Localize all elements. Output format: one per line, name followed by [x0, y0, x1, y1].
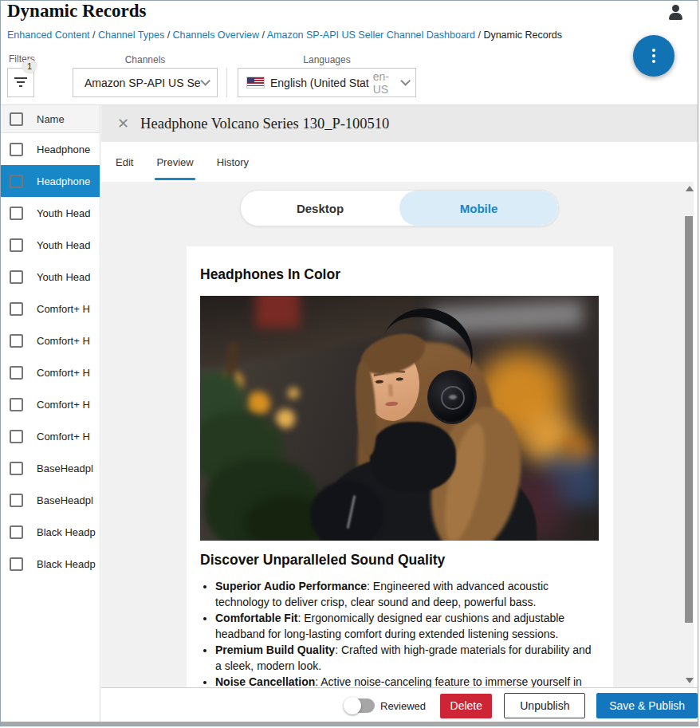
- tab-edit[interactable]: Edit: [116, 142, 133, 182]
- user-avatar-icon[interactable]: [668, 5, 684, 21]
- actions-fab-button[interactable]: [633, 35, 674, 77]
- record-list-header: Name: [1, 105, 100, 133]
- record-name: Youth Head: [37, 271, 90, 283]
- device-toggle-desktop[interactable]: Desktop: [241, 191, 399, 226]
- feature-title: Premium Build Quality: [215, 643, 335, 656]
- scrollbar-thumb[interactable]: [685, 216, 693, 623]
- list-item[interactable]: Comfort+ H: [1, 293, 100, 325]
- channels-dropdown[interactable]: Amazon SP-API US Seller: [73, 68, 218, 97]
- feature-item: Comfortable Fit: Ergonomically designed …: [215, 610, 600, 642]
- feature-list: Superior Audio Performance: Engineered w…: [215, 578, 600, 687]
- breadcrumb-link[interactable]: Channels Overview: [173, 30, 259, 41]
- breadcrumb-link[interactable]: Amazon SP-API US Seller Channel Dashboar…: [267, 30, 475, 41]
- list-item[interactable]: BaseHeadpl: [1, 452, 100, 484]
- scroll-down-icon[interactable]: [686, 678, 694, 683]
- channels-label: Channels: [73, 54, 218, 65]
- toggle-knob: [344, 697, 361, 714]
- tab-history[interactable]: History: [217, 142, 249, 182]
- list-item[interactable]: Comfort+ H: [1, 420, 100, 452]
- breadcrumb-separator: /: [475, 30, 483, 41]
- languages-dropdown[interactable]: English (United States) en-US: [238, 68, 416, 97]
- list-item[interactable]: Comfort+ H: [1, 356, 100, 388]
- window-bottom-edge: [1, 722, 698, 726]
- record-name: Comfort+ H: [37, 399, 90, 411]
- close-icon[interactable]: ✕: [117, 116, 129, 131]
- languages-value: English (United States): [270, 77, 369, 89]
- row-checkbox[interactable]: [10, 398, 23, 411]
- save-publish-button[interactable]: Save & Publish: [596, 693, 698, 718]
- list-item[interactable]: BaseHeadpl: [1, 484, 100, 516]
- list-item[interactable]: Comfort+ H: [1, 388, 100, 420]
- feature-item: Noise Cancellation: Active noise-canceli…: [215, 674, 600, 687]
- list-item[interactable]: Youth Head: [1, 261, 100, 293]
- feature-title: Superior Audio Performance: [215, 580, 367, 592]
- record-name: BaseHeadpl: [37, 462, 93, 474]
- feature-item: Superior Audio Performance: Engineered w…: [215, 578, 600, 610]
- tab-label: History: [217, 156, 249, 168]
- unpublish-button[interactable]: Unpublish: [504, 693, 585, 718]
- record-list-panel: Name HeadphoneHeadphoneYouth HeadYouth H…: [1, 105, 100, 722]
- row-checkbox[interactable]: [10, 143, 23, 156]
- list-item[interactable]: Headphone: [1, 133, 100, 165]
- select-all-checkbox[interactable]: [10, 112, 23, 126]
- list-item[interactable]: Headphone: [1, 165, 100, 197]
- tab-preview[interactable]: Preview: [156, 142, 193, 182]
- scroll-up-icon[interactable]: [686, 186, 694, 191]
- breadcrumb-separator: /: [259, 30, 267, 41]
- segment-label: Desktop: [297, 202, 344, 215]
- reviewed-toggle[interactable]: [345, 698, 375, 713]
- record-name: Comfort+ H: [37, 367, 90, 379]
- breadcrumb-link[interactable]: Channel Types: [98, 30, 164, 41]
- record-name: Comfort+ H: [37, 335, 90, 347]
- row-checkbox[interactable]: [10, 238, 23, 252]
- record-name: Headphone: [37, 144, 90, 155]
- list-item[interactable]: Black Headp: [1, 548, 100, 580]
- breadcrumb-separator: /: [164, 30, 172, 41]
- record-name: Comfort+ H: [37, 303, 90, 315]
- preview-heading: Headphones In Color: [200, 266, 600, 283]
- avatar-head: [672, 5, 679, 12]
- page-title: Dynamic Records: [7, 1, 146, 22]
- row-checkbox[interactable]: [10, 270, 23, 284]
- row-checkbox[interactable]: [10, 430, 23, 443]
- preview-tab-content: DesktopMobile Headphones In Color: [101, 182, 698, 687]
- list-item[interactable]: Comfort+ H: [1, 325, 100, 356]
- record-name: Black Headp: [37, 558, 96, 570]
- breadcrumb-link[interactable]: Enhanced Content: [7, 30, 90, 41]
- delete-button[interactable]: Delete: [440, 694, 492, 718]
- content-right-edge: [694, 182, 698, 687]
- row-checkbox[interactable]: [10, 557, 23, 571]
- record-name: Headphone: [37, 175, 90, 187]
- list-item[interactable]: Youth Head: [1, 229, 100, 261]
- row-checkbox[interactable]: [10, 175, 23, 188]
- row-checkbox[interactable]: [10, 462, 23, 475]
- filter-count-badge: 1: [22, 59, 37, 73]
- device-toggle: DesktopMobile: [240, 190, 559, 226]
- detail-tabs: EditPreviewHistory: [101, 142, 698, 182]
- languages-label: Languages: [238, 54, 416, 65]
- row-checkbox[interactable]: [10, 494, 23, 507]
- chevron-down-icon: [400, 76, 411, 86]
- tab-label: Edit: [116, 156, 133, 168]
- avatar-body: [669, 13, 682, 20]
- action-footer: Reviewed Delete Unpublish Save & Publish: [101, 687, 698, 723]
- row-checkbox[interactable]: [10, 366, 23, 380]
- record-name: Comfort+ H: [37, 431, 90, 443]
- detail-header: ✕ Headphone Volcano Series 130_P-100510: [101, 105, 698, 142]
- list-item[interactable]: Black Headp: [1, 516, 100, 548]
- breadcrumb-separator: /: [90, 30, 98, 41]
- row-checkbox[interactable]: [10, 302, 23, 316]
- device-toggle-mobile[interactable]: Mobile: [399, 191, 558, 226]
- name-column-header: Name: [37, 113, 65, 125]
- row-checkbox[interactable]: [10, 525, 23, 539]
- row-checkbox[interactable]: [10, 334, 23, 348]
- segment-label: Mobile: [460, 202, 498, 215]
- channels-value: Amazon SP-API US Seller: [85, 77, 200, 89]
- row-checkbox[interactable]: [10, 207, 23, 220]
- tab-label: Preview: [156, 156, 193, 168]
- list-item[interactable]: Youth Head: [1, 197, 100, 229]
- languages-code: en-US: [373, 70, 400, 96]
- filter-icon: [14, 77, 27, 89]
- feature-title: Comfortable Fit: [215, 612, 297, 624]
- app-window: Dynamic Records Enhanced Content / Chann…: [0, 0, 698, 726]
